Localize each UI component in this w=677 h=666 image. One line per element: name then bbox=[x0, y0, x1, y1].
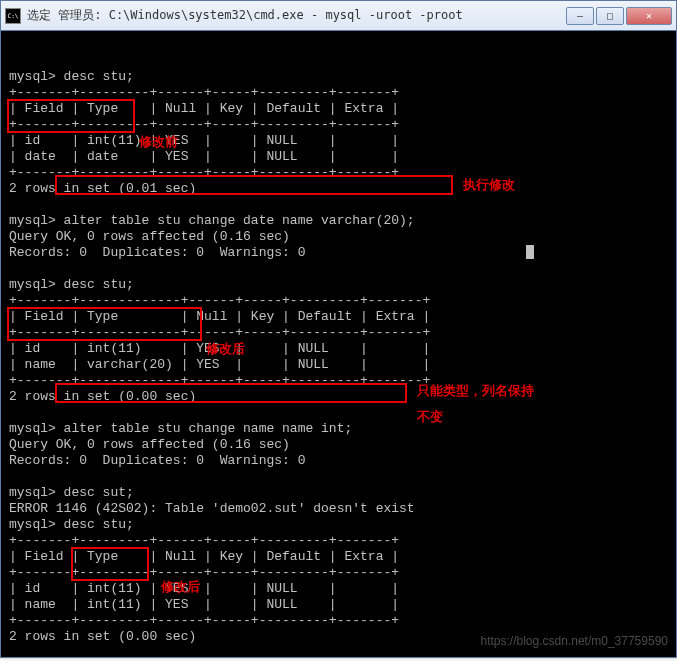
error-line: ERROR 1146 (42S02): Table 'demo02.sut' d… bbox=[9, 501, 415, 516]
maximize-button[interactable]: □ bbox=[596, 7, 624, 25]
text-cursor bbox=[526, 245, 534, 259]
separator: +-------+---------+------+-----+--------… bbox=[9, 565, 399, 580]
terminal[interactable]: mysql> desc stu; +-------+---------+----… bbox=[1, 31, 676, 657]
annotation-label-after1: 修改后 bbox=[206, 341, 245, 357]
table-row: | date | date | YES | | NULL | | bbox=[9, 149, 399, 164]
result-line: 2 rows in set (0.01 sec) bbox=[9, 181, 196, 196]
result-line: Query OK, 0 rows affected (0.16 sec) bbox=[9, 229, 290, 244]
app-window: C:\ 选定 管理员: C:\Windows\system32\cmd.exe … bbox=[0, 0, 677, 658]
separator: +-------+-------------+------+-----+----… bbox=[9, 293, 430, 308]
separator: +-------+---------+------+-----+--------… bbox=[9, 165, 399, 180]
window-title: 选定 管理员: C:\Windows\system32\cmd.exe - my… bbox=[27, 7, 566, 24]
watermark: https://blog.csdn.net/m0_37759590 bbox=[481, 633, 668, 649]
annotation-label-after2: 修改后 bbox=[161, 579, 200, 595]
titlebar[interactable]: C:\ 选定 管理员: C:\Windows\system32\cmd.exe … bbox=[1, 1, 676, 31]
separator: +-------+---------+------+-----+--------… bbox=[9, 533, 399, 548]
close-button[interactable]: ✕ bbox=[626, 7, 672, 25]
app-icon: C:\ bbox=[5, 8, 21, 24]
separator: +-------+-------------+------+-----+----… bbox=[9, 373, 430, 388]
table-row: | name | varchar(20) | YES | | NULL | | bbox=[9, 357, 430, 372]
result-line: 2 rows in set (0.00 sec) bbox=[9, 629, 196, 644]
annotation-label-type-a: 只能类型，列名保持 bbox=[417, 383, 534, 399]
window-controls: — □ ✕ bbox=[566, 7, 672, 25]
annotation-label-before: 修改前 bbox=[139, 134, 178, 150]
result-line: Records: 0 Duplicates: 0 Warnings: 0 bbox=[9, 245, 305, 260]
prompt-line: mysql> alter table stu change name name … bbox=[9, 421, 352, 436]
prompt-line: mysql> desc stu; bbox=[9, 277, 134, 292]
terminal-content: mysql> desc stu; +-------+---------+----… bbox=[9, 69, 668, 657]
prompt-line: mysql> alter table stu change date name … bbox=[9, 213, 415, 228]
separator: +-------+---------+------+-----+--------… bbox=[9, 613, 399, 628]
annotation-label-type-b: 不变 bbox=[417, 409, 443, 425]
table-row: | name | int(11) | YES | | NULL | | bbox=[9, 597, 399, 612]
table-header: | Field | Type | Null | Key | Default | … bbox=[9, 309, 430, 324]
annotation-label-exec: 执行修改 bbox=[463, 177, 515, 193]
table-row: | id | int(11) | YES | | NULL | | bbox=[9, 581, 399, 596]
minimize-button[interactable]: — bbox=[566, 7, 594, 25]
separator: +-------+-------------+------+-----+----… bbox=[9, 325, 430, 340]
prompt-line: mysql> desc stu; bbox=[9, 69, 134, 84]
prompt-line: mysql> desc sut; bbox=[9, 485, 134, 500]
table-header: | Field | Type | Null | Key | Default | … bbox=[9, 549, 399, 564]
separator: +-------+---------+------+-----+--------… bbox=[9, 117, 399, 132]
table-header: | Field | Type | Null | Key | Default | … bbox=[9, 101, 399, 116]
result-line: Query OK, 0 rows affected (0.16 sec) bbox=[9, 437, 290, 452]
table-row: | id | int(11) | YES | | NULL | | bbox=[9, 133, 399, 148]
prompt-line: mysql> desc stu; bbox=[9, 517, 134, 532]
result-line: 2 rows in set (0.00 sec) bbox=[9, 389, 196, 404]
result-line: Records: 0 Duplicates: 0 Warnings: 0 bbox=[9, 453, 305, 468]
separator: +-------+---------+------+-----+--------… bbox=[9, 85, 399, 100]
